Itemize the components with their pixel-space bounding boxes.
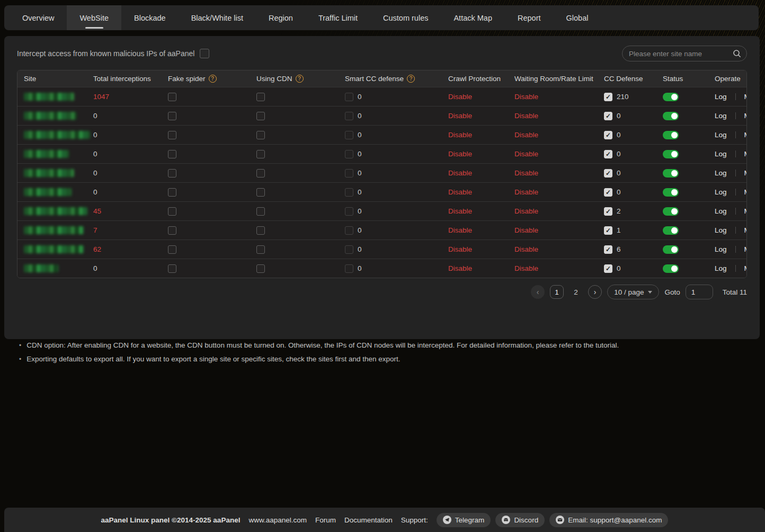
fake-spider-checkbox[interactable] <box>168 150 176 158</box>
log-link[interactable]: Log <box>715 112 727 120</box>
next-page-button[interactable]: › <box>588 285 602 299</box>
status-toggle[interactable] <box>663 131 679 139</box>
status-toggle[interactable] <box>663 245 679 254</box>
redacted-site-name[interactable] <box>24 93 74 101</box>
crawl-protection-link[interactable]: Disable <box>448 169 472 177</box>
log-link[interactable]: Log <box>715 264 727 272</box>
waiting-room-link[interactable]: Disable <box>514 112 538 120</box>
page-size-select[interactable]: 10 / page <box>607 285 659 299</box>
footer-link-documentation[interactable]: Documentation <box>344 516 393 524</box>
support-pill-button[interactable]: Email: support@aapanel.com <box>549 513 668 527</box>
status-toggle[interactable] <box>663 169 679 178</box>
using-cdn-checkbox[interactable] <box>256 245 265 254</box>
nav-tab-custom-rules[interactable]: Custom rules <box>370 5 441 30</box>
page-number-button[interactable]: 2 <box>569 285 583 299</box>
goto-page-input[interactable] <box>686 285 713 299</box>
cc-defense-checkbox[interactable]: ✓ <box>604 207 612 216</box>
intercept-checkbox[interactable] <box>200 49 209 58</box>
modify-link[interactable]: Modify <box>744 131 747 139</box>
crawl-protection-link[interactable]: Disable <box>448 112 472 120</box>
log-link[interactable]: Log <box>715 188 727 196</box>
help-icon[interactable]: ? <box>296 75 304 83</box>
fake-spider-checkbox[interactable] <box>168 112 176 120</box>
status-toggle[interactable] <box>663 150 679 158</box>
crawl-protection-link[interactable]: Disable <box>448 188 472 196</box>
prev-page-button[interactable]: ‹ <box>531 285 545 299</box>
crawl-protection-link[interactable]: Disable <box>448 150 472 158</box>
fake-spider-checkbox[interactable] <box>168 169 176 178</box>
search-icon[interactable] <box>733 49 741 58</box>
crawl-protection-link[interactable]: Disable <box>448 93 472 101</box>
nav-tab-global[interactable]: Global <box>554 5 601 30</box>
fake-spider-checkbox[interactable] <box>168 131 176 139</box>
nav-tab-report[interactable]: Report <box>505 5 554 30</box>
cc-defense-checkbox[interactable]: ✓ <box>604 245 612 254</box>
log-link[interactable]: Log <box>715 150 727 158</box>
crawl-protection-link[interactable]: Disable <box>448 245 472 253</box>
redacted-site-name[interactable] <box>24 150 69 158</box>
modify-link[interactable]: Modify <box>744 169 747 177</box>
fake-spider-checkbox[interactable] <box>168 93 176 101</box>
waiting-room-link[interactable]: Disable <box>514 169 538 177</box>
cc-defense-checkbox[interactable]: ✓ <box>604 131 612 139</box>
help-icon[interactable]: ? <box>407 75 415 83</box>
log-link[interactable]: Log <box>715 245 727 253</box>
modify-link[interactable]: Modify <box>744 112 747 120</box>
redacted-site-name[interactable] <box>24 131 90 139</box>
crawl-protection-link[interactable]: Disable <box>448 226 472 234</box>
waiting-room-link[interactable]: Disable <box>514 150 538 158</box>
using-cdn-checkbox[interactable] <box>256 131 265 139</box>
nav-tab-traffic-limit[interactable]: Traffic Limit <box>306 5 370 30</box>
website-link[interactable]: www.aapanel.com <box>248 516 307 524</box>
smart-cc-checkbox[interactable] <box>345 93 353 101</box>
footer-link-forum[interactable]: Forum <box>315 516 336 524</box>
nav-tab-website[interactable]: WebSite <box>67 5 121 30</box>
status-toggle[interactable] <box>663 93 679 101</box>
log-link[interactable]: Log <box>715 207 727 215</box>
status-toggle[interactable] <box>663 188 679 197</box>
log-link[interactable]: Log <box>715 131 727 139</box>
fake-spider-checkbox[interactable] <box>168 245 176 254</box>
modify-link[interactable]: Modify <box>744 245 747 253</box>
log-link[interactable]: Log <box>715 93 727 101</box>
using-cdn-checkbox[interactable] <box>256 112 265 120</box>
cc-defense-checkbox[interactable]: ✓ <box>604 169 612 178</box>
cc-defense-checkbox[interactable]: ✓ <box>604 226 612 235</box>
cc-defense-checkbox[interactable]: ✓ <box>604 93 612 101</box>
waiting-room-link[interactable]: Disable <box>514 264 538 272</box>
nav-tab-blockade[interactable]: Blockade <box>121 5 179 30</box>
modify-link[interactable]: Modify <box>744 264 747 272</box>
using-cdn-checkbox[interactable] <box>256 207 265 216</box>
modify-link[interactable]: Modify <box>744 93 747 101</box>
search-input[interactable] <box>629 50 733 58</box>
using-cdn-checkbox[interactable] <box>256 226 265 235</box>
smart-cc-checkbox[interactable] <box>345 131 353 139</box>
fake-spider-checkbox[interactable] <box>168 226 176 235</box>
smart-cc-checkbox[interactable] <box>345 207 353 216</box>
smart-cc-checkbox[interactable] <box>345 150 353 158</box>
waiting-room-link[interactable]: Disable <box>514 226 538 234</box>
redacted-site-name[interactable] <box>24 112 77 120</box>
smart-cc-checkbox[interactable] <box>345 188 353 197</box>
crawl-protection-link[interactable]: Disable <box>448 264 472 272</box>
redacted-site-name[interactable] <box>24 226 84 234</box>
help-icon[interactable]: ? <box>209 75 217 83</box>
smart-cc-checkbox[interactable] <box>345 245 353 254</box>
nav-tab-overview[interactable]: Overview <box>10 5 67 30</box>
waiting-room-link[interactable]: Disable <box>514 93 538 101</box>
cc-defense-checkbox[interactable]: ✓ <box>604 150 612 158</box>
fake-spider-checkbox[interactable] <box>168 188 176 197</box>
nav-tab-attack-map[interactable]: Attack Map <box>441 5 505 30</box>
waiting-room-link[interactable]: Disable <box>514 188 538 196</box>
nav-tab-black-white-list[interactable]: Black/White list <box>179 5 256 30</box>
nav-tab-region[interactable]: Region <box>256 5 306 30</box>
modify-link[interactable]: Modify <box>744 150 747 158</box>
fake-spider-checkbox[interactable] <box>168 207 176 216</box>
using-cdn-checkbox[interactable] <box>256 93 265 101</box>
smart-cc-checkbox[interactable] <box>345 226 353 235</box>
waiting-room-link[interactable]: Disable <box>514 245 538 253</box>
redacted-site-name[interactable] <box>24 188 72 196</box>
smart-cc-checkbox[interactable] <box>345 112 353 120</box>
using-cdn-checkbox[interactable] <box>256 169 265 178</box>
log-link[interactable]: Log <box>715 226 727 234</box>
